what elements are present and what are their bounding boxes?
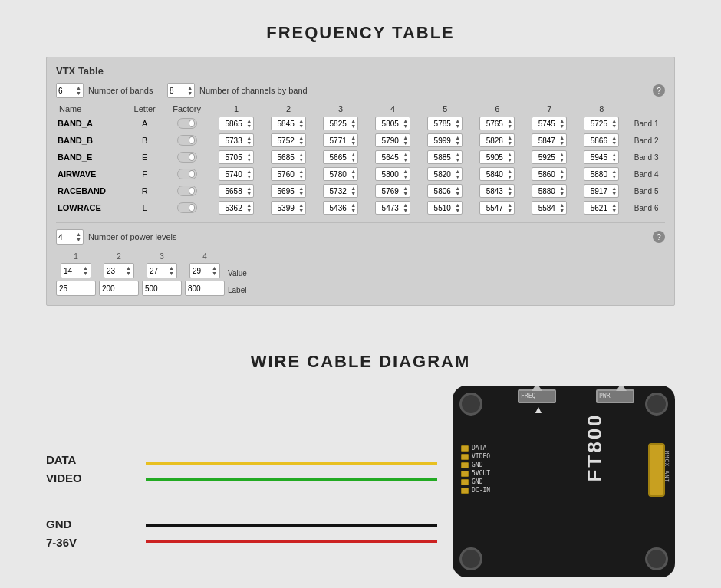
freq-cell-2-3: 5645 ▲▼ <box>367 149 419 166</box>
power-value-input-3[interactable]: 29 ▲▼ <box>189 263 220 278</box>
power-value-input-1[interactable]: 23 ▲▼ <box>104 263 134 278</box>
freq-cell-0-0: 5865 ▲▼ <box>210 115 262 132</box>
freq-cell-5-7: 5621 ▲▼ <box>575 199 627 216</box>
band-label-5: Band 6 <box>627 199 665 216</box>
freq-cell-0-1: 5845 ▲▼ <box>262 115 314 132</box>
power-col-header-3: 4 <box>202 252 207 261</box>
col-header-2: 2 <box>262 103 314 115</box>
freq-row-4: RACEBAND R 5658 ▲▼ 5695 ▲▼ 5732 <box>56 182 665 199</box>
band-label-4: Band 5 <box>627 182 665 199</box>
label-voltage: 7-36V <box>46 536 77 549</box>
value-caption: Value <box>228 269 247 278</box>
wire-diagram-section: WIRE CABLE DIAGRAM DATA VIDEO GND 7-36V … <box>0 329 721 585</box>
power-col-2: 3 27 ▲▼ 500 <box>142 252 182 296</box>
band-name-1: BAND_B <box>56 132 126 149</box>
freq-cell-4-1: 5695 ▲▼ <box>262 182 314 199</box>
arrow-up-indicator: ▲ <box>533 403 544 416</box>
freq-cell-0-3: 5805 ▲▼ <box>367 115 419 132</box>
pin-video-icon <box>461 454 469 460</box>
help-icon-power[interactable]: ? <box>653 231 665 243</box>
band-letter-2: E <box>126 149 163 166</box>
board-image: FREQ PWR DATA VIDEO <box>453 386 675 577</box>
pin-data-label: DATA <box>472 445 486 452</box>
freq-cell-1-1: 5752 ▲▼ <box>262 132 314 149</box>
pin-video: VIDEO <box>461 453 490 460</box>
freq-cell-0-6: 5745 ▲▼ <box>523 115 575 132</box>
freq-cell-5-2: 5436 ▲▼ <box>314 199 367 216</box>
col-header-4: 4 <box>367 103 419 115</box>
freq-cell-4-4: 5806 ▲▼ <box>419 182 471 199</box>
freq-cell-2-0: 5705 ▲▼ <box>210 149 262 166</box>
frequency-data-table: Name Letter Factory 1 2 3 4 5 6 7 8 BAND… <box>56 103 665 216</box>
freq-cell-1-7: 5866 ▲▼ <box>575 132 627 149</box>
band-toggle-4[interactable] <box>163 182 210 199</box>
pin-gnd1-icon <box>461 462 469 468</box>
col-header-5: 5 <box>419 103 471 115</box>
col-header-6: 6 <box>471 103 523 115</box>
power-label-input-1[interactable]: 200 <box>99 281 139 296</box>
pwr-connector: PWR <box>596 389 634 403</box>
col-header-factory: Factory <box>163 103 210 115</box>
power-col-header-0: 1 <box>74 252 78 261</box>
band-toggle-2[interactable] <box>163 149 210 166</box>
power-levels-row: 4 ▲▼ Number of power levels ? <box>56 229 665 245</box>
freq-cell-1-6: 5847 ▲▼ <box>523 132 575 149</box>
freq-cell-1-3: 5790 ▲▼ <box>367 132 419 149</box>
col-header-3: 3 <box>314 103 367 115</box>
freq-cell-4-0: 5658 ▲▼ <box>210 182 262 199</box>
band-toggle-5[interactable] <box>163 199 210 216</box>
power-label-input-0[interactable]: 25 <box>56 281 96 296</box>
freq-cell-3-5: 5840 ▲▼ <box>471 166 523 182</box>
num-channels-input[interactable]: 8 ▲▼ <box>167 83 195 98</box>
help-icon-bands[interactable]: ? <box>653 84 665 97</box>
freq-cell-2-6: 5925 ▲▼ <box>523 149 575 166</box>
freq-row-1: BAND_B B 5733 ▲▼ 5752 ▲▼ 5771 <box>56 132 665 149</box>
power-col-header-1: 2 <box>117 252 121 261</box>
col-header-name: Name <box>56 103 126 115</box>
band-name-4: RACEBAND <box>56 182 126 199</box>
col-header-8: 8 <box>575 103 627 115</box>
wire-data <box>146 462 437 465</box>
freq-cell-2-5: 5905 ▲▼ <box>471 149 523 166</box>
power-value-input-0[interactable]: 14 ▲▼ <box>61 263 91 278</box>
freq-connector: FREQ <box>518 389 556 403</box>
wire-power <box>146 540 437 543</box>
freq-row-5: LOWRACE L 5362 ▲▼ 5399 ▲▼ 5436 <box>56 199 665 216</box>
pin-5vout-icon <box>461 471 469 477</box>
band-toggle-3[interactable] <box>163 166 210 182</box>
freq-row-3: AIRWAVE F 5740 ▲▼ 5760 ▲▼ 5780 <box>56 166 665 182</box>
label-caption: Label <box>228 286 247 294</box>
power-label-input-3[interactable]: 800 <box>185 281 225 296</box>
pin-gnd1-label: GND <box>472 462 482 468</box>
band-toggle-0[interactable] <box>163 115 210 132</box>
power-value-input-2[interactable]: 27 ▲▼ <box>147 263 177 278</box>
freq-cell-5-6: 5584 ▲▼ <box>523 199 575 216</box>
corner-tr <box>645 393 668 416</box>
freq-cell-2-4: 5885 ▲▼ <box>419 149 471 166</box>
corner-br <box>645 547 668 570</box>
col-header-7: 7 <box>523 103 575 115</box>
band-letter-0: A <box>126 115 163 132</box>
pin-dcin-label: DC-IN <box>472 487 490 494</box>
board-inner: FREQ PWR DATA VIDEO <box>456 389 671 573</box>
wire-diagram-title: WIRE CABLE DIAGRAM <box>0 329 721 386</box>
freq-cell-4-6: 5880 ▲▼ <box>523 182 575 199</box>
band-toggle-1[interactable] <box>163 132 210 149</box>
freq-cell-5-0: 5362 ▲▼ <box>210 199 262 216</box>
freq-row-2: BAND_E E 5705 ▲▼ 5685 ▲▼ 5665 <box>56 149 665 166</box>
power-col-header-2: 3 <box>160 252 164 261</box>
freq-cell-3-2: 5780 ▲▼ <box>314 166 367 182</box>
power-levels-input[interactable]: 4 ▲▼ <box>56 229 84 245</box>
label-video: VIDEO <box>46 471 82 485</box>
wire-gnd <box>146 524 437 527</box>
band-letter-3: F <box>126 166 163 182</box>
num-bands-input[interactable]: 6 ▲▼ <box>56 83 84 98</box>
freq-cell-3-1: 5760 ▲▼ <box>262 166 314 182</box>
wire-video <box>146 478 437 481</box>
pin-dcin-icon <box>461 488 469 494</box>
freq-cell-5-5: 5547 ▲▼ <box>471 199 523 216</box>
band-label-1: Band 2 <box>627 132 665 149</box>
ft800-logo: FT800 <box>582 412 606 481</box>
power-col-0: 1 14 ▲▼ 25 <box>56 252 96 296</box>
power-label-input-2[interactable]: 500 <box>142 281 182 296</box>
